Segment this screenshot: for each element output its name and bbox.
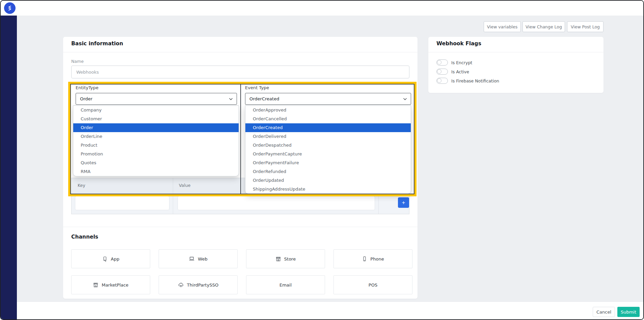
chevron-down-icon — [229, 97, 233, 101]
divider — [63, 227, 418, 227]
web-icon — [189, 256, 195, 262]
entity-type-select[interactable]: Order — [76, 93, 237, 105]
channel-tile-thirdpartysso[interactable]: ThirdPartySSO — [159, 275, 238, 294]
sidebar-nav — [1, 16, 17, 320]
event-option-ordercreated[interactable]: OrderCreated — [245, 123, 411, 132]
event-type-value: OrderCreated — [249, 96, 279, 101]
event-type-select[interactable]: OrderCreated — [245, 93, 411, 105]
view-variables-button[interactable]: View variables — [484, 21, 521, 32]
event-option-orderpaymentcapture[interactable]: OrderPaymentCapture — [245, 150, 411, 158]
channel-tile-email[interactable]: Email — [246, 275, 325, 294]
channels-title: Channels — [71, 234, 98, 240]
channel-tile-web[interactable]: Web — [159, 249, 238, 268]
entity-option-customer[interactable]: Customer — [73, 115, 239, 123]
event-option-orderupdated[interactable]: OrderUpdated — [245, 176, 411, 185]
event-option-orderapproved[interactable]: OrderApproved — [245, 106, 411, 115]
divider — [63, 52, 418, 52]
entity-option-quotes[interactable]: Quotes — [73, 158, 239, 167]
channel-tile-app[interactable]: App — [71, 249, 150, 268]
channel-tile-phone[interactable]: Phone — [333, 249, 412, 268]
webhook-flags-title: Webhook Flags — [436, 41, 481, 47]
toggle-knob — [437, 60, 441, 65]
toggle-knob — [437, 69, 441, 74]
entity-option-order[interactable]: Order — [73, 123, 239, 132]
cancel-button[interactable]: Cancel — [593, 307, 615, 317]
is-encrypt-toggle[interactable] — [436, 59, 448, 66]
entity-option-rma[interactable]: RMA — [73, 167, 239, 176]
divider — [378, 193, 379, 214]
view-change-log-button[interactable]: View Change Log — [522, 21, 565, 32]
is-firebase-notification-label: Is Firebase Notification — [451, 78, 499, 83]
event-type-dropdown: OrderApproved OrderCancelled OrderCreate… — [245, 105, 411, 194]
entity-type-label: EntityType — [76, 85, 99, 90]
value-column-header: Value — [173, 178, 190, 192]
submit-button[interactable]: Submit — [617, 307, 640, 317]
channel-tile-store[interactable]: Store — [246, 249, 325, 268]
flag-row-is-firebase-notification: Is Firebase Notification — [436, 78, 499, 84]
event-option-orderpaymentfailure[interactable]: OrderPaymentFailure — [245, 158, 411, 167]
event-option-orderdespatched[interactable]: OrderDespatched — [245, 141, 411, 150]
toggle-knob — [437, 78, 441, 83]
flag-row-is-active: Is Active — [436, 69, 469, 75]
divider — [173, 178, 173, 192]
is-encrypt-label: Is Encrypt — [451, 60, 472, 65]
event-option-orderdelivered[interactable]: OrderDelivered — [245, 132, 411, 141]
chevron-down-icon — [403, 97, 407, 101]
app-window: BetterTools › Settings › Webhooks RT — [0, 0, 644, 320]
header-key-input[interactable] — [75, 196, 169, 210]
is-active-toggle[interactable] — [436, 69, 448, 75]
view-post-log-button[interactable]: View Post Log — [567, 21, 603, 32]
divider — [173, 193, 173, 214]
key-column-header: Key — [72, 178, 173, 192]
bettertools-logo-icon[interactable] — [4, 2, 16, 14]
add-header-button[interactable]: + — [398, 197, 409, 208]
entity-option-product[interactable]: Product — [73, 141, 239, 150]
entity-type-value: Order — [80, 96, 92, 101]
headers-table-row: + — [71, 193, 409, 214]
event-option-shippingaddressupdate[interactable]: ShippingAddressUpdate — [245, 185, 411, 194]
name-label: Name — [71, 59, 84, 64]
entity-option-company[interactable]: Company — [73, 106, 239, 115]
channel-tile-marketplace[interactable]: MarketPlace — [71, 275, 150, 294]
entity-type-dropdown: Company Customer Order OrderLine Product… — [73, 105, 239, 176]
divider — [428, 52, 603, 52]
entity-option-promotion[interactable]: Promotion — [73, 150, 239, 158]
header-value-input[interactable] — [178, 196, 375, 210]
is-firebase-notification-toggle[interactable] — [436, 78, 448, 84]
event-option-orderrefunded[interactable]: OrderRefunded — [245, 167, 411, 176]
app-icon — [102, 256, 108, 262]
event-type-label: Event Type — [245, 85, 269, 90]
footer-bar: Cancel Submit — [17, 301, 644, 320]
name-input[interactable] — [71, 66, 409, 78]
channel-tile-pos[interactable]: POS — [333, 275, 412, 294]
is-active-label: Is Active — [451, 69, 469, 74]
webhook-flags-card: Webhook Flags Is Encrypt Is Active Is Fi… — [428, 37, 603, 93]
thirdpartysso-icon — [178, 282, 184, 288]
entity-option-orderline[interactable]: OrderLine — [73, 132, 239, 141]
event-option-ordercancelled[interactable]: OrderCancelled — [245, 115, 411, 123]
phone-icon — [362, 256, 367, 262]
store-icon — [275, 256, 281, 262]
basic-information-title: Basic information — [71, 41, 123, 47]
flag-row-is-encrypt: Is Encrypt — [436, 59, 472, 66]
top-bar — [1, 1, 644, 16]
marketplace-icon — [93, 282, 99, 288]
